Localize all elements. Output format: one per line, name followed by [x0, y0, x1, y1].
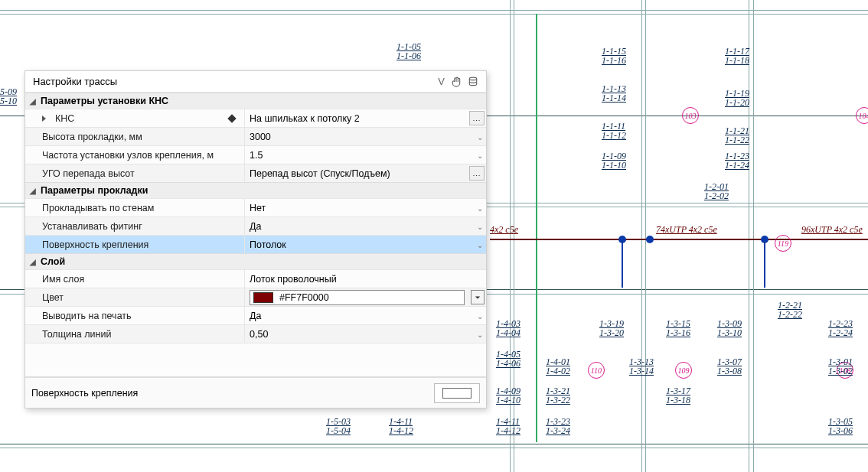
wire-label: 1-2-22 [778, 309, 802, 321]
wire-label: 1-1-16 [602, 55, 626, 67]
wire-label: 1-2-02 [704, 190, 729, 202]
prop-row-surface[interactable]: Поверхность крепления Потолок⌄ [25, 235, 486, 253]
cable-label: 4x2 c5e [490, 224, 518, 236]
prop-label: Имя слоя [42, 274, 84, 285]
prop-row-ugo[interactable]: УГО перепада высот Перепад высот (Спуск/… [25, 164, 486, 182]
prop-label: Высота прокладки, мм [42, 132, 142, 142]
prop-row-print[interactable]: Выводить на печать Да⌄ [25, 306, 486, 324]
group-header-laying[interactable]: ◢ Параметры прокладки [25, 182, 486, 198]
prop-value: Да [250, 221, 261, 232]
prop-row-thickness[interactable]: Толщина линий 0,50⌄ [25, 324, 486, 343]
wire-label: 1-1-20 [725, 97, 749, 109]
footer-selected-name: Поверхность крепления [31, 388, 138, 399]
prop-row-layer-name[interactable]: Имя слоя Лоток проволочный [25, 269, 486, 288]
chevron-down-icon[interactable]: ⌄ [477, 203, 483, 212]
prop-row-color[interactable]: Цвет #FF7F0000 [25, 288, 486, 306]
wire-label: 1-4-10 [496, 395, 520, 406]
dialog-footer: Поверхность крепления [25, 377, 486, 408]
wire-label: 1-4-06 [496, 358, 520, 369]
prop-value: #FF7F0000 [279, 292, 329, 303]
chevron-down-icon[interactable]: ⌄ [477, 311, 483, 320]
room-marker: 110 [588, 362, 605, 379]
wire-label: 1-1-18 [725, 55, 749, 67]
wire-label: 1-3-02 [828, 366, 853, 377]
prop-row-kns[interactable]: КНС На шпильках к потолку 2... [25, 109, 486, 127]
wire-label: 1-5-04 [326, 425, 351, 437]
prop-label: УГО перепада высот [42, 168, 135, 179]
color-field[interactable]: #FF7F0000 [250, 290, 465, 305]
wire-label: 1-3-20 [599, 327, 624, 339]
chevron-down-icon[interactable]: ⌄ [477, 222, 483, 230]
wire-label: 1-3-16 [666, 327, 690, 339]
room-marker: 109 [675, 362, 692, 379]
wire-label: 1-3-08 [717, 366, 742, 377]
collapse-icon: ◢ [30, 258, 41, 266]
wire-label: 1-2-24 [828, 327, 853, 339]
dialog-titlebar[interactable]: Настройки трассы V [25, 71, 486, 93]
prop-value: Потолок [250, 239, 286, 250]
wire-label: 1-4-12 [496, 425, 520, 437]
prop-row-freq[interactable]: Частота установки узлов крепления, м 1.5… [25, 145, 486, 164]
group-title: Параметры установки КНС [41, 96, 168, 106]
preview-thumbnail [434, 383, 480, 403]
prop-label: Толщина линий [42, 329, 111, 340]
wire-label: 1-4-04 [496, 327, 520, 339]
prop-value: 3000 [250, 132, 271, 142]
wire-label: 1-3-06 [828, 425, 853, 437]
room-marker: 103 [682, 107, 699, 124]
chevron-down-icon[interactable]: ⌄ [477, 151, 483, 159]
prop-row-fitting[interactable]: Устанавливать фитинг Да⌄ [25, 216, 486, 235]
dropdown-button[interactable] [471, 290, 485, 304]
chevron-down-icon[interactable]: ⌄ [477, 132, 483, 141]
prop-value: 0,50 [250, 329, 268, 340]
hand-icon[interactable] [451, 76, 462, 87]
group-title: Параметры прокладки [41, 185, 148, 196]
wire-label: 1-1-10 [602, 160, 626, 171]
prop-label: Поверхность крепления [42, 239, 148, 250]
prop-value: Лоток проволочный [250, 274, 337, 285]
wire-label: 1-1-14 [602, 93, 626, 104]
prop-label: Цвет [42, 292, 64, 303]
cable-label: 96xUTP 4x2 c5e [801, 224, 863, 236]
wire-label: 1-1-22 [725, 135, 749, 146]
wire-label: 1-1-12 [602, 130, 626, 142]
cable-label: 74xUTP 4x2 c5e [656, 224, 717, 236]
titlebar-v-button[interactable]: V [438, 76, 445, 87]
group-header-layer[interactable]: ◢ Слой [25, 253, 486, 269]
prop-value: На шпильках к потолку 2 [250, 113, 360, 124]
collapse-icon: ◢ [30, 187, 41, 195]
wire-label: 1-3-24 [546, 425, 570, 437]
ellipsis-button[interactable]: ... [469, 111, 485, 125]
room-marker: 104 [856, 107, 868, 124]
wire-label: 1-3-18 [666, 395, 690, 406]
prop-label: Частота установки узлов крепления, м [42, 150, 214, 161]
prop-row-wall[interactable]: Прокладывать по стенам Нет⌄ [25, 198, 486, 216]
prop-value: 1.5 [250, 150, 263, 161]
prop-value: Нет [250, 203, 266, 213]
prop-label: Устанавливать фитинг [42, 221, 142, 232]
svg-point-0 [469, 77, 476, 80]
group-title: Слой [41, 256, 65, 267]
dialog-title: Настройки трассы [33, 76, 117, 87]
prop-value: Перепад высот (Спуск/Подъем) [250, 168, 390, 179]
wire-label: 1-4-12 [389, 425, 413, 437]
collapse-icon: ◢ [30, 97, 41, 106]
wire-label: 1-3-14 [629, 366, 654, 377]
prop-label: КНС [55, 113, 74, 124]
chevron-down-icon[interactable]: ⌄ [477, 330, 483, 338]
ellipsis-button[interactable]: ... [469, 166, 485, 181]
wire-label: 1-4-02 [546, 366, 570, 377]
wire-label: 1-1-24 [725, 160, 749, 171]
prop-row-height[interactable]: Высота прокладки, мм 3000⌄ [25, 127, 486, 145]
wire-label: 1-1-06 [396, 50, 421, 62]
group-header-kns[interactable]: ◢ Параметры установки КНС [25, 93, 486, 109]
property-grid: ◢ Параметры установки КНС КНС На шпилька… [25, 93, 486, 377]
room-marker: 119 [775, 235, 791, 252]
wire-label: 5-10 [0, 96, 17, 107]
database-icon[interactable] [468, 76, 478, 87]
prop-label: Прокладывать по стенам [42, 203, 154, 213]
prop-label: Выводить на печать [42, 311, 132, 321]
route-settings-dialog: Настройки трассы V ◢ Параметры установки… [24, 70, 487, 409]
chevron-down-icon[interactable]: ⌄ [477, 240, 483, 249]
prop-value: Да [250, 311, 261, 321]
